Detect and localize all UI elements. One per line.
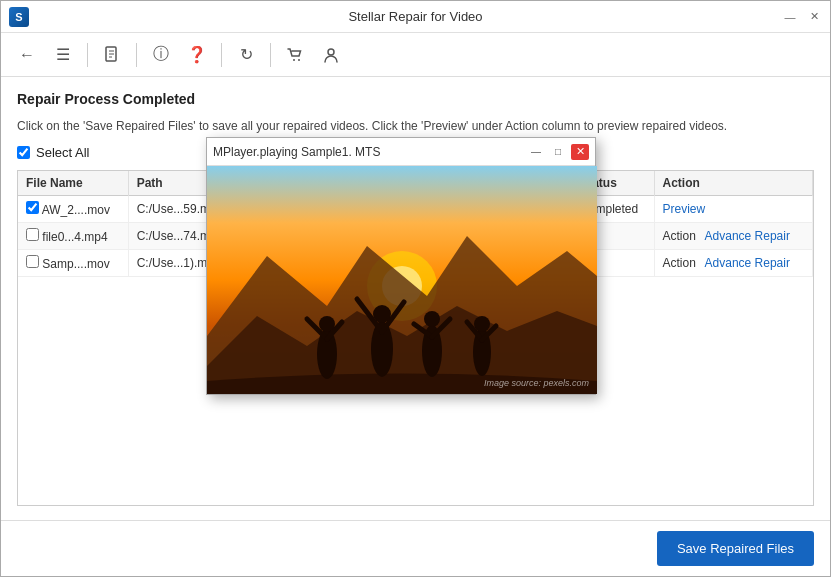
toolbar-separator-3	[221, 43, 222, 67]
select-all-label: Select All	[36, 145, 89, 160]
landscape-svg	[207, 166, 597, 394]
media-player-window: MPlayer.playing Sample1. MTS — □ ✕	[206, 137, 596, 395]
footer: Save Repaired Files	[1, 520, 830, 576]
col-header-filename: File Name	[18, 171, 128, 196]
status-description: Click on the 'Save Repaired Files' to sa…	[17, 117, 814, 135]
media-close-button[interactable]: ✕	[571, 144, 589, 160]
close-button[interactable]: ✕	[806, 9, 822, 25]
media-player-controls: — □ ✕	[527, 144, 589, 160]
row3-action-label: Action	[663, 256, 696, 270]
titlebar-left: S	[9, 7, 29, 27]
row2-action-label: Action	[663, 229, 696, 243]
app-icon: S	[9, 7, 29, 27]
toolbar: ← ☰ ⓘ ❓ ↻	[1, 33, 830, 77]
file-button[interactable]	[96, 39, 128, 71]
window-controls: — ✕	[782, 9, 822, 25]
media-minimize-button[interactable]: —	[527, 144, 545, 160]
content-area: Repair Process Completed Click on the 'S…	[1, 77, 830, 520]
svg-point-6	[328, 49, 334, 55]
titlebar: S Stellar Repair for Video — ✕	[1, 1, 830, 33]
media-player-titlebar: MPlayer.playing Sample1. MTS — □ ✕	[207, 138, 595, 166]
row3-filename: Samp....mov	[18, 250, 128, 277]
minimize-button[interactable]: —	[782, 9, 798, 25]
advance-repair-link-2[interactable]: Advance Repair	[705, 229, 790, 243]
select-all-checkbox[interactable]	[17, 146, 30, 159]
advance-repair-link-3[interactable]: Advance Repair	[705, 256, 790, 270]
save-repaired-files-button[interactable]: Save Repaired Files	[657, 531, 814, 566]
window-title: Stellar Repair for Video	[348, 9, 482, 24]
image-source-label: Image source: pexels.com	[484, 378, 589, 388]
media-player-title: MPlayer.playing Sample1. MTS	[213, 145, 380, 159]
row2-filename: file0...4.mp4	[18, 223, 128, 250]
cart-button[interactable]	[279, 39, 311, 71]
user-button[interactable]	[315, 39, 347, 71]
info-button[interactable]: ⓘ	[145, 39, 177, 71]
toolbar-separator-2	[136, 43, 137, 67]
preview-link[interactable]: Preview	[663, 202, 706, 216]
row3-checkbox[interactable]	[26, 255, 39, 268]
row3-action: Action Advance Repair	[654, 250, 813, 277]
row2-action: Action Advance Repair	[654, 223, 813, 250]
row1-checkbox[interactable]	[26, 201, 39, 214]
status-title: Repair Process Completed	[17, 91, 814, 107]
col-header-action: Action	[654, 171, 813, 196]
svg-point-4	[293, 59, 295, 61]
media-image: Image source: pexels.com	[207, 166, 597, 394]
media-viewport: Image source: pexels.com	[207, 166, 597, 394]
media-restore-button[interactable]: □	[549, 144, 567, 160]
row2-checkbox[interactable]	[26, 228, 39, 241]
toolbar-separator-1	[87, 43, 88, 67]
row1-action: Preview	[654, 196, 813, 223]
back-button[interactable]: ←	[11, 39, 43, 71]
menu-button[interactable]: ☰	[47, 39, 79, 71]
toolbar-separator-4	[270, 43, 271, 67]
refresh-button[interactable]: ↻	[230, 39, 262, 71]
row1-filename: AW_2....mov	[18, 196, 128, 223]
help-button[interactable]: ❓	[181, 39, 213, 71]
svg-point-19	[424, 311, 440, 327]
main-window: S Stellar Repair for Video — ✕ ← ☰ ⓘ ❓ ↻	[0, 0, 831, 577]
svg-point-5	[298, 59, 300, 61]
